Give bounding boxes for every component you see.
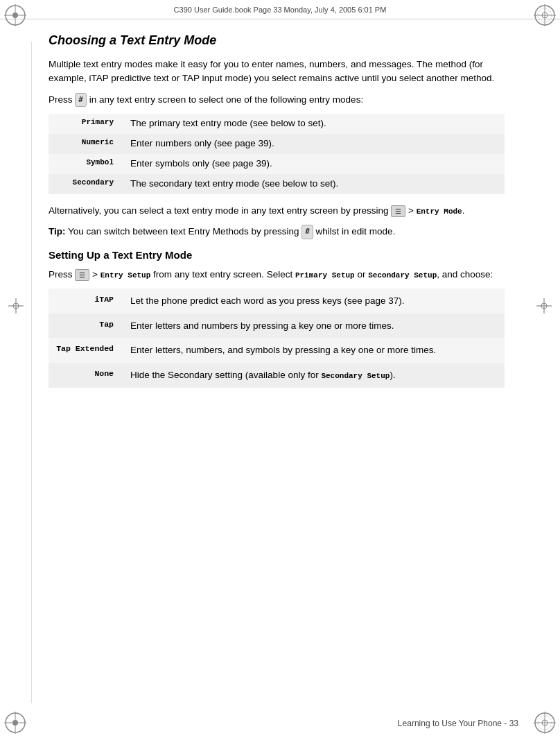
mode-row: iTAPLet the phone predict each word as y… [49, 289, 505, 314]
mode-label: Tap [49, 314, 125, 338]
entry-mode-desc: Enter numbers only (see page 39). [125, 134, 505, 154]
page-number: Learning to Use Your Phone - 33 [398, 719, 518, 728]
mode-desc: Hide the Secondary setting (available on… [125, 363, 505, 388]
mode-label: iTAP [49, 289, 125, 314]
entry-mode-label: Primary [49, 114, 125, 134]
tip-paragraph: Tip: You can switch between text Entry M… [49, 225, 505, 239]
modes-table: iTAPLet the phone predict each word as y… [49, 289, 505, 388]
reg-cross-right [536, 298, 552, 316]
mode-code: Secondary Setup [321, 372, 390, 380]
entry-modes-table: PrimaryThe primary text entry mode (see … [49, 114, 505, 194]
corner-mark-br [532, 710, 557, 735]
s2-menu-icon: ☰ [75, 269, 89, 281]
entry-mode-row: PrimaryThe primary text entry mode (see … [49, 114, 505, 134]
tip-label: Tip: [49, 226, 66, 237]
menu-icon: ☰ [391, 205, 405, 217]
entry-mode-row: NumericEnter numbers only (see page 39). [49, 134, 505, 154]
entry-mode-desc: The secondary text entry mode (see below… [125, 174, 505, 194]
para3-prefix: Alternatively, you can select a text ent… [49, 205, 389, 216]
entry-mode-row: SecondaryThe secondary text entry mode (… [49, 174, 505, 194]
left-margin-line [31, 42, 32, 703]
mode-desc: Enter letters, numbers, and symbols by p… [125, 338, 505, 363]
entry-mode-label: Numeric [49, 134, 125, 154]
mode-label: Tap Extended [49, 338, 125, 363]
reg-cross-left [8, 298, 24, 316]
section1-para2: Press # in any text entry screen to sele… [49, 93, 505, 108]
s2-code2: Primary Setup [295, 271, 355, 280]
s2-suffix: , and choose: [437, 269, 493, 280]
mode-desc: Enter letters and numbers by pressing a … [125, 314, 505, 338]
header-text: C390 User Guide.book Page 33 Monday, Jul… [174, 6, 387, 14]
hash-key-icon: # [75, 93, 87, 108]
section1-para3: Alternatively, you can select a text ent… [49, 204, 505, 218]
mode-row: Tap ExtendedEnter letters, numbers, and … [49, 338, 505, 363]
s2-para1-mid: from any text entry screen. Select [150, 269, 295, 280]
svg-point-12 [12, 720, 18, 726]
corner-mark-tr [532, 3, 557, 28]
mode-desc: Let the phone predict each word as you p… [125, 289, 505, 314]
entry-mode-row: SymbolEnter symbols only (see page 39). [49, 154, 505, 174]
corner-mark-tl [3, 3, 28, 28]
tip-suffix: whilst in edit mode. [313, 226, 396, 237]
para3-menu: > [408, 205, 417, 216]
entry-mode-desc: The primary text entry mode (see below t… [125, 114, 505, 134]
entry-mode-label: Secondary [49, 174, 125, 194]
para2-prefix: Press [49, 94, 73, 105]
s2-para1-menu: > [92, 269, 100, 280]
section2-title: Setting Up a Text Entry Mode [49, 249, 505, 261]
mode-row: NoneHide the Secondary setting (availabl… [49, 363, 505, 388]
s2-para1-code: Entry Setup [100, 271, 151, 280]
mode-label: None [49, 363, 125, 388]
s2-para1-prefix: Press [49, 269, 73, 280]
main-content: Choosing a Text Entry Mode Multiple text… [42, 19, 518, 710]
corner-mark-bl [3, 710, 28, 735]
entry-mode-desc: Enter symbols only (see page 39). [125, 154, 505, 174]
entry-mode-label: Symbol [49, 154, 125, 174]
mode-row: TapEnter letters and numbers by pressing… [49, 314, 505, 338]
para3-code: Entry Mode [417, 207, 462, 216]
para2-suffix: in any text entry screen to select one o… [89, 94, 363, 105]
svg-point-3 [12, 12, 18, 18]
section2-para1: Press ☰ > Entry Setup from any text entr… [49, 268, 505, 282]
tip-hash-icon: # [301, 225, 313, 239]
tip-text: You can switch between text Entry Method… [66, 226, 302, 237]
section1-title: Choosing a Text Entry Mode [49, 33, 505, 48]
s2-or: or [355, 269, 369, 280]
section1-para1: Multiple text entry modes make it easy f… [49, 58, 505, 86]
header-bar: C390 User Guide.book Page 33 Monday, Jul… [0, 0, 560, 19]
s2-code3: Secondary Setup [368, 271, 437, 280]
para3-suffix: . [462, 205, 465, 216]
